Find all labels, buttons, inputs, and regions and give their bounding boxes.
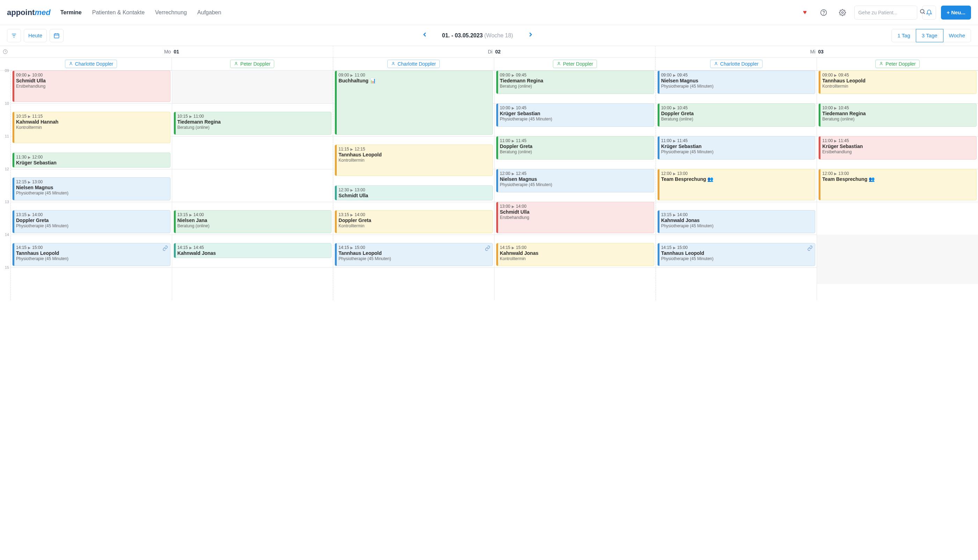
event-title: Doppler Greta: [339, 218, 490, 223]
view-woche[interactable]: Woche: [943, 29, 971, 42]
nav-aufgaben[interactable]: Aufgaben: [197, 10, 222, 16]
appointment[interactable]: 14:15▶15:00Tannhaus LeopoldPhysiotherapi…: [658, 243, 816, 267]
heart-icon[interactable]: ♥: [798, 6, 812, 20]
staff-header[interactable]: Charlotte Doppler: [10, 58, 172, 70]
event-color-bar: [335, 145, 337, 176]
view-1-tag[interactable]: 1 Tag: [891, 29, 916, 42]
search-input[interactable]: [858, 10, 919, 15]
staff-header[interactable]: Peter Doppler: [494, 58, 655, 70]
appointment[interactable]: 13:15▶14:00Nielsen JanaBeratung (online): [174, 210, 332, 233]
hour-label: 11: [5, 134, 9, 138]
logo[interactable]: appointmed: [7, 8, 51, 17]
appointment[interactable]: 11:00▶11:45Krüger SebastianPhysiotherapi…: [658, 136, 816, 160]
next-arrow[interactable]: [524, 29, 537, 42]
appointment[interactable]: 10:15▶11:00Tiedemann ReginaBeratung (onl…: [174, 112, 332, 135]
appointment[interactable]: 13:15▶14:00Kahnwald JonasPhysiotherapie …: [658, 210, 816, 233]
appointment[interactable]: 11:00▶11:45Doppler GretaBeratung (online…: [496, 136, 654, 160]
event-color-bar: [496, 137, 498, 159]
event-subtitle: Erstbehandlung: [16, 84, 167, 89]
event-time: 11:00▶11:45: [500, 138, 651, 143]
calendar-toolbar: Heute 01. - 03.05.2023 (Woche 18) 1 Tag3…: [0, 25, 978, 46]
appointment[interactable]: 10:00▶10:45Krüger SebastianPhysiotherapi…: [496, 103, 654, 127]
event-subtitle: Physiotherapie (45 Minuten): [339, 256, 490, 261]
view-3-tage[interactable]: 3 Tage: [916, 29, 943, 42]
date-week: (Woche 18): [484, 32, 513, 38]
calendar-column[interactable]: 09:00▶09:45Tiedemann ReginaBeratung (onl…: [494, 70, 656, 300]
event-subtitle: Physiotherapie (45 Minuten): [661, 84, 813, 89]
appointment[interactable]: 12:00▶13:00Team Besprechung 👥: [818, 169, 976, 200]
svg-point-18: [881, 62, 882, 63]
appointment[interactable]: 14:15▶14:45Kahnwald Jonas: [174, 243, 332, 258]
event-title: Nielsen Magnus: [661, 78, 813, 83]
settings-icon[interactable]: [836, 6, 849, 20]
staff-header[interactable]: Charlotte Doppler: [333, 58, 494, 70]
appointment[interactable]: 10:15▶11:15Kahnwald HannahKontrolltermin: [12, 112, 170, 143]
event-time: 13:00▶14:00: [500, 204, 651, 209]
staff-header-row: Charlotte DopplerPeter DopplerCharlotte …: [0, 58, 978, 70]
appointment[interactable]: 12:30▶13:00Schmidt Ulla: [335, 185, 493, 200]
datepicker-button[interactable]: [50, 29, 63, 42]
calendar-column[interactable]: 09:00▶11:00Buchhaltung 📊11:15▶12:15Tannh…: [333, 70, 494, 300]
event-color-bar: [658, 104, 659, 127]
appointment[interactable]: 12:15▶13:00Nielsen MagnusPhysiotherapie …: [12, 177, 170, 201]
event-title: Doppler Greta: [16, 218, 167, 223]
appointment[interactable]: 11:30▶12:00Krüger Sebastian: [12, 153, 170, 168]
event-subtitle: Erstbehandlung: [822, 150, 973, 154]
event-color-bar: [335, 210, 337, 233]
appointment[interactable]: 13:15▶14:00Doppler GretaPhysiotherapie (…: [12, 210, 170, 233]
time-column: 09101112131415: [0, 70, 10, 300]
event-time: 10:00▶10:45: [661, 105, 813, 110]
appointment[interactable]: 10:00▶10:45Doppler GretaBeratung (online…: [658, 103, 816, 127]
appointment[interactable]: 14:15▶15:00Tannhaus LeopoldPhysiotherapi…: [335, 243, 493, 267]
calendar-column[interactable]: 10:15▶11:00Tiedemann ReginaBeratung (onl…: [172, 70, 333, 300]
person-icon: [69, 62, 73, 67]
event-time: 10:00▶10:45: [822, 105, 973, 110]
appointment[interactable]: 12:00▶12:45Nielsen MagnusPhysiotherapie …: [496, 169, 654, 192]
event-color-bar: [658, 243, 659, 266]
calendar-grid[interactable]: 09:00▶10:00Schmidt UllaErstbehandlung10:…: [10, 70, 978, 300]
nav-verrechnung[interactable]: Verrechnung: [155, 10, 187, 16]
appointment[interactable]: 09:00▶09:45Nielsen MagnusPhysiotherapie …: [658, 70, 816, 94]
appointment[interactable]: 14:15▶15:00Kahnwald JonasKontrolltermin: [496, 243, 654, 267]
appointment[interactable]: 09:00▶11:00Buchhaltung 📊: [335, 70, 493, 135]
event-subtitle: Kontrolltermin: [16, 125, 167, 130]
svg-point-13: [70, 62, 72, 63]
hour-label: 13: [5, 200, 9, 204]
event-color-bar: [658, 210, 659, 233]
filter-button[interactable]: [7, 29, 21, 42]
help-icon[interactable]: [817, 6, 831, 20]
prev-arrow[interactable]: [418, 29, 432, 42]
calendar-column[interactable]: 09:00▶09:45Nielsen MagnusPhysiotherapie …: [656, 70, 817, 300]
appointment[interactable]: 11:00▶11:45Krüger SebastianErstbehandlun…: [818, 136, 976, 160]
appointment[interactable]: 09:00▶10:00Schmidt UllaErstbehandlung: [12, 70, 170, 102]
appointment[interactable]: 12:00▶13:00Team Besprechung 👥: [658, 169, 816, 200]
event-subtitle: Beratung (online): [661, 117, 813, 122]
appointment[interactable]: 14:15▶15:00Tannhaus LeopoldPhysiotherapi…: [12, 243, 170, 267]
appointment[interactable]: 10:00▶10:45Tiedemann ReginaBeratung (onl…: [818, 103, 976, 127]
svg-point-3: [920, 10, 924, 13]
appointment[interactable]: 13:00▶14:00Schmidt UllaErstbehandlung: [496, 202, 654, 233]
staff-header[interactable]: Peter Doppler: [172, 58, 333, 70]
event-subtitle: Kontrolltermin: [500, 256, 651, 261]
staff-header[interactable]: Charlotte Doppler: [655, 58, 817, 70]
event-time: 14:15▶14:45: [177, 245, 329, 250]
nav-termine[interactable]: Termine: [60, 10, 82, 16]
appointment[interactable]: 11:15▶12:15Tannhaus LeopoldKontrolltermi…: [335, 145, 493, 176]
appointment[interactable]: 13:15▶14:00Doppler GretaKontrolltermin: [335, 210, 493, 233]
today-button[interactable]: Heute: [24, 29, 47, 42]
patient-search[interactable]: [854, 6, 917, 20]
event-time: 12:00▶13:00: [661, 171, 813, 176]
appointment[interactable]: 09:00▶09:45Tiedemann ReginaBeratung (onl…: [496, 70, 654, 94]
nav-patienten-kontakte[interactable]: Patienten & Kontakte: [92, 10, 145, 16]
staff-header[interactable]: Peter Doppler: [817, 58, 978, 70]
new-button[interactable]: + Neu...: [941, 6, 971, 20]
calendar-column[interactable]: 09:00▶10:00Schmidt UllaErstbehandlung10:…: [11, 70, 172, 300]
appointment[interactable]: 09:00▶09:45Tannhaus LeopoldKontrolltermi…: [818, 70, 976, 94]
event-color-bar: [335, 186, 337, 200]
unavailable-block: [817, 235, 978, 284]
event-title: Buchhaltung 📊: [339, 78, 490, 83]
event-title: Krüger Sebastian: [16, 160, 167, 165]
event-subtitle: Beratung (online): [177, 125, 329, 130]
calendar-column[interactable]: 09:00▶09:45Tannhaus LeopoldKontrolltermi…: [817, 70, 978, 300]
day-header: Di 02: [333, 46, 656, 57]
